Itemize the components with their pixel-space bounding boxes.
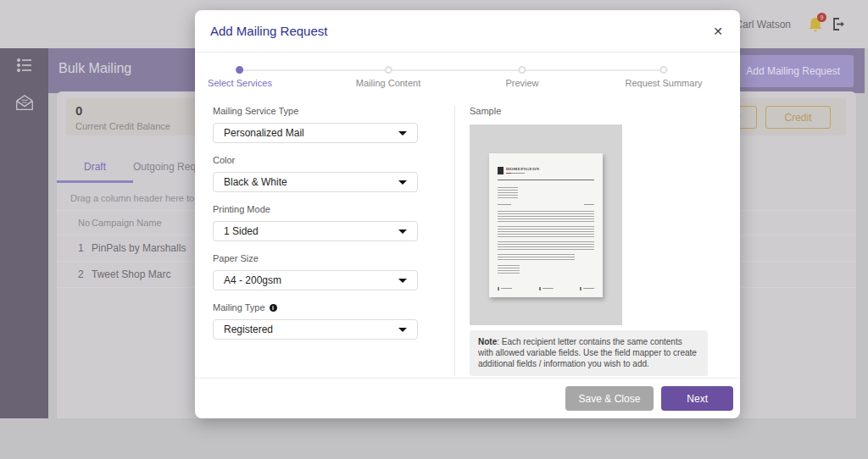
- mailing-type-select[interactable]: Registered: [213, 319, 418, 340]
- field-label-text: Mailing Type: [213, 302, 265, 312]
- select-value: A4 - 200gsm: [224, 274, 281, 286]
- step-preview[interactable]: Preview: [505, 66, 538, 88]
- next-button[interactable]: Next: [661, 386, 733, 411]
- service-form: Mailing Service Type Personalized Mail C…: [213, 106, 418, 376]
- info-icon[interactable]: i: [270, 304, 277, 312]
- note-body: : Each recipient letter contains the sam…: [478, 337, 697, 368]
- letter-paragraph: [498, 241, 594, 250]
- credit-balance-value: 0: [75, 103, 82, 118]
- field-label: Color: [213, 155, 418, 165]
- cell-campaign-name: PinPals by Marshalls: [92, 242, 186, 254]
- letter-paragraph: [498, 226, 594, 237]
- field-label: Printing Mode: [213, 204, 418, 214]
- notifications-button[interactable]: 9: [808, 16, 823, 33]
- note-bold-prefix: Note: [478, 337, 497, 346]
- step-dot: [660, 66, 668, 74]
- field-mailing-type: Mailing Type i Registered: [213, 302, 418, 340]
- step-select-services[interactable]: Select Services: [208, 66, 272, 88]
- dropdown-caret-icon: [398, 131, 407, 135]
- note-text: Note: Each recipient letter contains the…: [470, 330, 708, 376]
- letter-signature: [498, 265, 520, 275]
- save-close-button[interactable]: Save & Close: [565, 386, 654, 411]
- dropdown-caret-icon: [398, 180, 407, 185]
- field-paper-size: Paper Size A4 - 200gsm: [213, 253, 418, 290]
- sample-letter-image: HOMEPIGEON: [489, 153, 603, 297]
- color-select[interactable]: Black & White: [213, 172, 418, 192]
- tab-draft[interactable]: Draft: [57, 154, 133, 183]
- sample-label: Sample: [470, 106, 740, 116]
- field-label: Mailing Type i: [213, 302, 418, 312]
- select-value: 1 Sided: [224, 225, 259, 237]
- paper-size-select[interactable]: A4 - 200gsm: [213, 270, 418, 290]
- step-label: Request Summary: [625, 78, 702, 88]
- select-value: Registered: [224, 324, 273, 335]
- cell-campaign-name: Tweet Shop Marc: [92, 268, 170, 280]
- column-header-no: No: [57, 218, 92, 228]
- step-mailing-content[interactable]: Mailing Content: [356, 66, 420, 88]
- field-printing-mode: Printing Mode 1 Sided: [213, 204, 418, 241]
- letter-tagline: [506, 173, 525, 174]
- mail-envelope-icon: [14, 92, 35, 113]
- cell-no: 2: [57, 268, 92, 280]
- list-icon: [15, 56, 34, 75]
- letter-header: HOMEPIGEON: [498, 167, 594, 174]
- field-mailing-service-type: Mailing Service Type Personalized Mail: [213, 106, 418, 143]
- letter-divider: [498, 180, 594, 180]
- add-mailing-request-modal: Add Mailing Request ✕ Select Services Ma…: [195, 10, 740, 418]
- select-value: Personalized Mail: [224, 127, 304, 139]
- step-label: Select Services: [208, 78, 272, 88]
- letter-footer: [498, 287, 594, 290]
- user-name: Carl Watson: [735, 19, 791, 30]
- modal-title: Add Mailing Request: [210, 24, 327, 38]
- modal-header: Add Mailing Request ✕: [195, 10, 740, 53]
- credit-balance-label: Current Credit Balance: [75, 121, 170, 131]
- field-label: Paper Size: [213, 253, 418, 263]
- step-dot: [236, 66, 244, 74]
- printing-mode-select[interactable]: 1 Sided: [213, 221, 418, 241]
- field-color: Color Black & White: [213, 155, 418, 192]
- credit-button[interactable]: Credit: [765, 106, 831, 129]
- letter-logo-icon: [498, 167, 504, 174]
- step-dot: [519, 66, 526, 74]
- step-label: Mailing Content: [356, 78, 420, 88]
- cell-no: 1: [57, 242, 92, 254]
- stepper-line: [240, 69, 664, 71]
- step-label: Preview: [505, 78, 538, 88]
- logout-button[interactable]: [832, 17, 846, 31]
- sidebar-item-list[interactable]: [14, 55, 35, 75]
- letter-address-block: [498, 187, 518, 199]
- step-request-summary[interactable]: Request Summary: [625, 66, 702, 88]
- notification-badge: 9: [817, 13, 826, 22]
- add-mailing-request-button[interactable]: Add Mailing Request: [732, 55, 854, 87]
- page-title: Bulk Mailing: [58, 61, 131, 76]
- wizard-stepper: Select Services Mailing Content Preview …: [195, 53, 740, 97]
- select-value: Black & White: [224, 176, 287, 188]
- logout-icon: [832, 17, 846, 31]
- modal-body: Mailing Service Type Personalized Mail C…: [195, 97, 740, 376]
- dropdown-caret-icon: [398, 230, 407, 234]
- sidebar: [0, 48, 48, 418]
- sidebar-item-mailing[interactable]: [14, 92, 35, 113]
- dropdown-caret-icon: [398, 328, 407, 332]
- step-dot: [385, 66, 392, 74]
- letter-paragraph: [498, 211, 594, 222]
- field-label: Mailing Service Type: [213, 106, 418, 116]
- dropdown-caret-icon: [398, 279, 407, 283]
- mailing-service-type-select[interactable]: Personalized Mail: [213, 123, 418, 143]
- letter-date-row: [498, 204, 594, 205]
- close-icon[interactable]: ✕: [713, 25, 723, 37]
- letter-brand: HOMEPIGEON: [506, 167, 540, 171]
- sample-preview-area: HOMEPIGEON: [470, 124, 622, 325]
- column-header-campaign-name: Campaign Name: [92, 218, 162, 228]
- modal-footer: Save & Close Next: [195, 378, 740, 418]
- letter-paragraph: [498, 254, 575, 260]
- sample-panel: Sample HOMEPIGEON: [454, 106, 740, 376]
